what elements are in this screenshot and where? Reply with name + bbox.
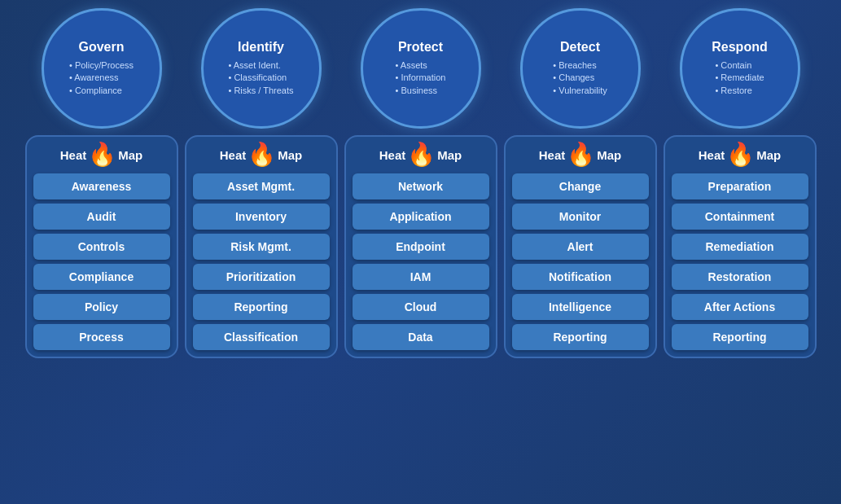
circle-list-item: Awareness: [69, 72, 134, 84]
heat-label-left: Heat: [379, 148, 406, 162]
heat-label-right: Map: [437, 148, 462, 162]
circle-list-item: Remediate: [715, 72, 764, 84]
circle-list-item: Breaches: [553, 59, 607, 72]
btn-identify-asset-mgmt.[interactable]: Asset Mgmt.: [193, 173, 330, 199]
circle-list-govern: Policy/ProcessAwarenessCompliance: [69, 59, 134, 97]
btn-respond-preparation[interactable]: Preparation: [672, 173, 808, 199]
heat-label-left: Heat: [539, 148, 566, 162]
flame-icon: 🔥: [407, 143, 436, 166]
btn-respond-remediation[interactable]: Remediation: [672, 234, 808, 260]
btn-identify-reporting[interactable]: Reporting: [193, 294, 330, 320]
heat-label-right: Map: [278, 148, 302, 162]
circle-list-item: Risks / Threats: [228, 85, 293, 97]
flame-icon: 🔥: [88, 143, 116, 166]
column-body-respond: Heat🔥MapPreparationContainmentRemediatio…: [664, 135, 817, 358]
circle-list-item: Business: [396, 85, 446, 97]
circle-list-item: Classification: [228, 72, 293, 84]
column-body-detect: Heat🔥MapChangeMonitorAlertNotificationIn…: [504, 135, 657, 358]
heat-label-right: Map: [118, 148, 142, 162]
flame-icon: 🔥: [726, 143, 755, 166]
btn-govern-compliance[interactable]: Compliance: [33, 264, 170, 290]
circle-title-detect: Detect: [560, 40, 600, 55]
circle-title-identify: Identify: [238, 40, 284, 55]
btn-detect-change[interactable]: Change: [512, 173, 649, 199]
circle-title-protect: Protect: [398, 40, 443, 55]
btn-detect-reporting[interactable]: Reporting: [512, 324, 649, 350]
btn-protect-network[interactable]: Network: [353, 173, 489, 199]
circle-list-respond: ContainRemediateRestore: [715, 59, 764, 97]
circle-list-detect: BreachesChangesVulnerability: [553, 59, 607, 97]
main-container: GovernPolicy/ProcessAwarenessComplianceH…: [0, 0, 841, 504]
circle-title-respond: Respond: [712, 40, 767, 55]
circle-list-identify: Asset Ident.ClassificationRisks / Threat…: [228, 59, 293, 97]
circle-list-item: Policy/Process: [69, 59, 134, 72]
column-body-identify: Heat🔥MapAsset Mgmt.InventoryRisk Mgmt.Pr…: [185, 135, 338, 358]
btn-respond-reporting[interactable]: Reporting: [672, 324, 808, 350]
btn-protect-iam[interactable]: IAM: [353, 264, 489, 290]
btn-govern-audit[interactable]: Audit: [33, 204, 170, 230]
btn-detect-notification[interactable]: Notification: [512, 264, 649, 290]
circle-list-protect: AssetsInformationBusiness: [396, 59, 446, 97]
flame-icon: 🔥: [567, 143, 595, 166]
column-body-govern: Heat🔥MapAwarenessAuditControlsCompliance…: [25, 135, 178, 358]
column-govern: GovernPolicy/ProcessAwarenessComplianceH…: [24, 8, 179, 358]
column-identify: IdentifyAsset Ident.ClassificationRisks …: [184, 8, 339, 358]
btn-identify-inventory[interactable]: Inventory: [193, 204, 330, 230]
heat-label-right: Map: [597, 148, 621, 162]
circle-identify: IdentifyAsset Ident.ClassificationRisks …: [201, 8, 322, 129]
circle-list-item: Changes: [553, 72, 607, 84]
btn-respond-restoration[interactable]: Restoration: [672, 264, 808, 290]
circle-detect: DetectBreachesChangesVulnerability: [520, 8, 641, 129]
circle-list-item: Assets: [396, 59, 446, 72]
circle-list-item: Compliance: [69, 85, 134, 97]
btn-govern-controls[interactable]: Controls: [33, 234, 170, 260]
circle-list-item: Asset Ident.: [228, 59, 293, 72]
circle-list-item: Vulnerability: [553, 85, 607, 97]
btn-govern-awareness[interactable]: Awareness: [33, 173, 170, 199]
circle-list-item: Contain: [715, 59, 764, 72]
btn-protect-application[interactable]: Application: [353, 204, 489, 230]
btn-respond-containment[interactable]: Containment: [672, 204, 808, 230]
circle-protect: ProtectAssetsInformationBusiness: [361, 8, 481, 129]
btn-detect-alert[interactable]: Alert: [512, 234, 649, 260]
btn-identify-prioritization[interactable]: Prioritization: [193, 264, 330, 290]
btn-protect-endpoint[interactable]: Endpoint: [353, 234, 489, 260]
column-body-protect: Heat🔥MapNetworkApplicationEndpointIAMClo…: [344, 135, 497, 358]
btn-govern-policy[interactable]: Policy: [33, 294, 170, 320]
heat-map-row-protect: Heat🔥Map: [353, 137, 489, 169]
heat-label-left: Heat: [220, 148, 247, 162]
circle-title-govern: Govern: [78, 40, 124, 55]
btn-detect-intelligence[interactable]: Intelligence: [512, 294, 649, 320]
heat-map-row-govern: Heat🔥Map: [33, 137, 170, 169]
circle-list-item: Restore: [715, 85, 764, 97]
btn-respond-after-actions[interactable]: After Actions: [672, 294, 808, 320]
heat-label-left: Heat: [60, 148, 87, 162]
circle-govern: GovernPolicy/ProcessAwarenessCompliance: [42, 8, 162, 129]
btn-identify-risk-mgmt.[interactable]: Risk Mgmt.: [193, 234, 330, 260]
column-protect: ProtectAssetsInformationBusinessHeat🔥Map…: [344, 8, 498, 358]
circle-respond: RespondContainRemediateRestore: [680, 8, 800, 129]
column-detect: DetectBreachesChangesVulnerabilityHeat🔥M…: [503, 8, 658, 358]
circle-list-item: Information: [396, 72, 446, 84]
btn-protect-cloud[interactable]: Cloud: [353, 294, 489, 320]
btn-protect-data[interactable]: Data: [353, 324, 489, 350]
column-respond: RespondContainRemediateRestoreHeat🔥MapPr…: [663, 8, 817, 358]
flame-icon: 🔥: [247, 143, 276, 166]
heat-label-left: Heat: [699, 148, 725, 162]
heat-label-right: Map: [756, 148, 781, 162]
heat-map-row-detect: Heat🔥Map: [512, 137, 649, 169]
btn-govern-process[interactable]: Process: [33, 324, 170, 350]
heat-map-row-identify: Heat🔥Map: [193, 137, 330, 169]
btn-identify-classification[interactable]: Classification: [193, 324, 330, 350]
btn-detect-monitor[interactable]: Monitor: [512, 204, 649, 230]
heat-map-row-respond: Heat🔥Map: [672, 137, 808, 169]
